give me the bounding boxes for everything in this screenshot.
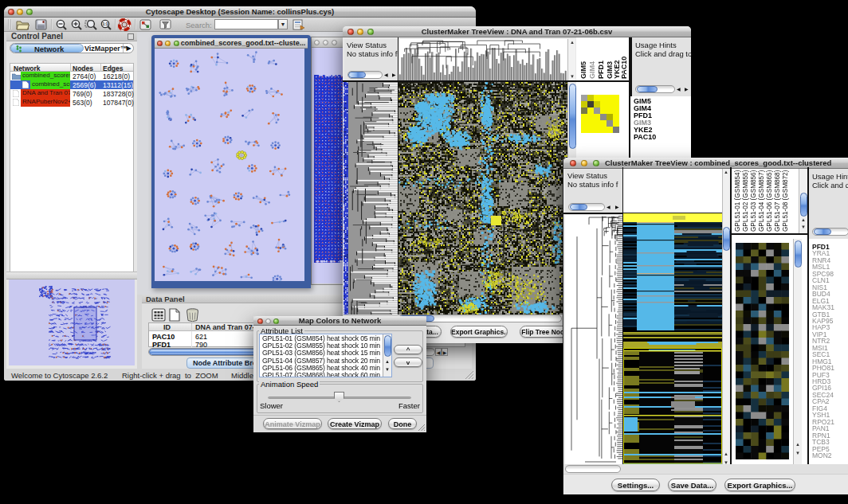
svg-text:PFD1: PFD1 — [597, 61, 605, 79]
svg-text:GPL51-03 (GSM856): GPL51-03 (GSM856) — [750, 170, 757, 232]
svg-text:GPL51-02 (GSM855): GPL51-02 (GSM855) — [742, 170, 749, 232]
svg-text:GPL51-07 (GSM868): GPL51-07 (GSM868) — [774, 170, 781, 232]
svg-text:1:1: 1:1 — [102, 21, 108, 26]
svg-text:GPL51-04 (GSM857): GPL51-04 (GSM857) — [758, 170, 765, 232]
svg-text:GPL51-08 (GSM872): GPL51-08 (GSM872) — [782, 170, 789, 232]
svg-text:GIM5: GIM5 — [579, 61, 587, 79]
svg-text:PAC10: PAC10 — [620, 57, 628, 79]
svg-text:GIM4: GIM4 — [588, 61, 596, 79]
svg-text:GPL51-01 (GSM854): GPL51-01 (GSM854) — [734, 170, 741, 232]
svg-text:GPL51-06 (GSM865): GPL51-06 (GSM865) — [766, 170, 773, 232]
